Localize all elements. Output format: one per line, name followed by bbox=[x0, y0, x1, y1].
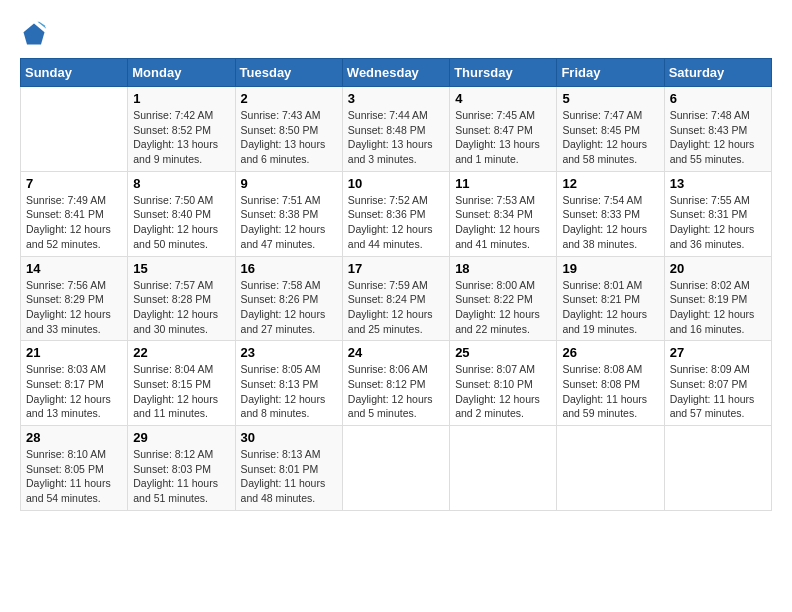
day-info: Sunrise: 8:02 AMSunset: 8:19 PMDaylight:… bbox=[670, 278, 766, 337]
day-number: 24 bbox=[348, 345, 444, 360]
day-number: 5 bbox=[562, 91, 658, 106]
calendar-cell: 14Sunrise: 7:56 AMSunset: 8:29 PMDayligh… bbox=[21, 256, 128, 341]
calendar-cell: 20Sunrise: 8:02 AMSunset: 8:19 PMDayligh… bbox=[664, 256, 771, 341]
day-info: Sunrise: 7:45 AMSunset: 8:47 PMDaylight:… bbox=[455, 108, 551, 167]
week-row-2: 7Sunrise: 7:49 AMSunset: 8:41 PMDaylight… bbox=[21, 171, 772, 256]
calendar-cell bbox=[557, 426, 664, 511]
day-info: Sunrise: 8:06 AMSunset: 8:12 PMDaylight:… bbox=[348, 362, 444, 421]
day-info: Sunrise: 7:42 AMSunset: 8:52 PMDaylight:… bbox=[133, 108, 229, 167]
calendar-cell: 1Sunrise: 7:42 AMSunset: 8:52 PMDaylight… bbox=[128, 87, 235, 172]
page-header bbox=[20, 20, 772, 48]
day-info: Sunrise: 7:58 AMSunset: 8:26 PMDaylight:… bbox=[241, 278, 337, 337]
calendar-cell bbox=[21, 87, 128, 172]
day-number: 26 bbox=[562, 345, 658, 360]
day-number: 13 bbox=[670, 176, 766, 191]
day-number: 10 bbox=[348, 176, 444, 191]
day-info: Sunrise: 8:00 AMSunset: 8:22 PMDaylight:… bbox=[455, 278, 551, 337]
day-number: 20 bbox=[670, 261, 766, 276]
day-number: 17 bbox=[348, 261, 444, 276]
day-info: Sunrise: 7:59 AMSunset: 8:24 PMDaylight:… bbox=[348, 278, 444, 337]
weekday-header-wednesday: Wednesday bbox=[342, 59, 449, 87]
day-number: 4 bbox=[455, 91, 551, 106]
day-number: 6 bbox=[670, 91, 766, 106]
day-info: Sunrise: 7:55 AMSunset: 8:31 PMDaylight:… bbox=[670, 193, 766, 252]
day-info: Sunrise: 8:07 AMSunset: 8:10 PMDaylight:… bbox=[455, 362, 551, 421]
logo bbox=[20, 20, 52, 48]
calendar-cell: 12Sunrise: 7:54 AMSunset: 8:33 PMDayligh… bbox=[557, 171, 664, 256]
weekday-header-row: SundayMondayTuesdayWednesdayThursdayFrid… bbox=[21, 59, 772, 87]
weekday-header-thursday: Thursday bbox=[450, 59, 557, 87]
day-info: Sunrise: 8:10 AMSunset: 8:05 PMDaylight:… bbox=[26, 447, 122, 506]
calendar-cell: 23Sunrise: 8:05 AMSunset: 8:13 PMDayligh… bbox=[235, 341, 342, 426]
day-number: 30 bbox=[241, 430, 337, 445]
calendar-cell: 17Sunrise: 7:59 AMSunset: 8:24 PMDayligh… bbox=[342, 256, 449, 341]
calendar-cell: 28Sunrise: 8:10 AMSunset: 8:05 PMDayligh… bbox=[21, 426, 128, 511]
day-number: 21 bbox=[26, 345, 122, 360]
week-row-3: 14Sunrise: 7:56 AMSunset: 8:29 PMDayligh… bbox=[21, 256, 772, 341]
day-info: Sunrise: 8:01 AMSunset: 8:21 PMDaylight:… bbox=[562, 278, 658, 337]
day-number: 27 bbox=[670, 345, 766, 360]
day-number: 9 bbox=[241, 176, 337, 191]
day-number: 12 bbox=[562, 176, 658, 191]
day-info: Sunrise: 7:49 AMSunset: 8:41 PMDaylight:… bbox=[26, 193, 122, 252]
calendar-cell: 26Sunrise: 8:08 AMSunset: 8:08 PMDayligh… bbox=[557, 341, 664, 426]
day-info: Sunrise: 8:12 AMSunset: 8:03 PMDaylight:… bbox=[133, 447, 229, 506]
day-info: Sunrise: 8:13 AMSunset: 8:01 PMDaylight:… bbox=[241, 447, 337, 506]
day-info: Sunrise: 8:08 AMSunset: 8:08 PMDaylight:… bbox=[562, 362, 658, 421]
day-info: Sunrise: 8:09 AMSunset: 8:07 PMDaylight:… bbox=[670, 362, 766, 421]
calendar-cell: 5Sunrise: 7:47 AMSunset: 8:45 PMDaylight… bbox=[557, 87, 664, 172]
day-number: 29 bbox=[133, 430, 229, 445]
calendar-cell: 29Sunrise: 8:12 AMSunset: 8:03 PMDayligh… bbox=[128, 426, 235, 511]
day-number: 22 bbox=[133, 345, 229, 360]
calendar-cell: 27Sunrise: 8:09 AMSunset: 8:07 PMDayligh… bbox=[664, 341, 771, 426]
day-number: 14 bbox=[26, 261, 122, 276]
calendar-table: SundayMondayTuesdayWednesdayThursdayFrid… bbox=[20, 58, 772, 511]
calendar-cell: 21Sunrise: 8:03 AMSunset: 8:17 PMDayligh… bbox=[21, 341, 128, 426]
calendar-cell: 6Sunrise: 7:48 AMSunset: 8:43 PMDaylight… bbox=[664, 87, 771, 172]
day-number: 7 bbox=[26, 176, 122, 191]
day-info: Sunrise: 7:57 AMSunset: 8:28 PMDaylight:… bbox=[133, 278, 229, 337]
day-info: Sunrise: 8:04 AMSunset: 8:15 PMDaylight:… bbox=[133, 362, 229, 421]
calendar-cell: 8Sunrise: 7:50 AMSunset: 8:40 PMDaylight… bbox=[128, 171, 235, 256]
calendar-cell: 18Sunrise: 8:00 AMSunset: 8:22 PMDayligh… bbox=[450, 256, 557, 341]
calendar-cell: 2Sunrise: 7:43 AMSunset: 8:50 PMDaylight… bbox=[235, 87, 342, 172]
day-info: Sunrise: 7:43 AMSunset: 8:50 PMDaylight:… bbox=[241, 108, 337, 167]
day-number: 2 bbox=[241, 91, 337, 106]
day-info: Sunrise: 7:51 AMSunset: 8:38 PMDaylight:… bbox=[241, 193, 337, 252]
weekday-header-friday: Friday bbox=[557, 59, 664, 87]
weekday-header-tuesday: Tuesday bbox=[235, 59, 342, 87]
calendar-cell: 15Sunrise: 7:57 AMSunset: 8:28 PMDayligh… bbox=[128, 256, 235, 341]
day-number: 25 bbox=[455, 345, 551, 360]
calendar-cell: 13Sunrise: 7:55 AMSunset: 8:31 PMDayligh… bbox=[664, 171, 771, 256]
day-info: Sunrise: 7:53 AMSunset: 8:34 PMDaylight:… bbox=[455, 193, 551, 252]
day-info: Sunrise: 8:03 AMSunset: 8:17 PMDaylight:… bbox=[26, 362, 122, 421]
calendar-cell bbox=[342, 426, 449, 511]
calendar-cell bbox=[450, 426, 557, 511]
calendar-cell: 3Sunrise: 7:44 AMSunset: 8:48 PMDaylight… bbox=[342, 87, 449, 172]
day-number: 8 bbox=[133, 176, 229, 191]
day-info: Sunrise: 7:47 AMSunset: 8:45 PMDaylight:… bbox=[562, 108, 658, 167]
day-number: 16 bbox=[241, 261, 337, 276]
calendar-cell: 22Sunrise: 8:04 AMSunset: 8:15 PMDayligh… bbox=[128, 341, 235, 426]
day-info: Sunrise: 7:48 AMSunset: 8:43 PMDaylight:… bbox=[670, 108, 766, 167]
calendar-cell: 9Sunrise: 7:51 AMSunset: 8:38 PMDaylight… bbox=[235, 171, 342, 256]
calendar-cell: 11Sunrise: 7:53 AMSunset: 8:34 PMDayligh… bbox=[450, 171, 557, 256]
week-row-1: 1Sunrise: 7:42 AMSunset: 8:52 PMDaylight… bbox=[21, 87, 772, 172]
day-number: 15 bbox=[133, 261, 229, 276]
week-row-4: 21Sunrise: 8:03 AMSunset: 8:17 PMDayligh… bbox=[21, 341, 772, 426]
calendar-cell: 7Sunrise: 7:49 AMSunset: 8:41 PMDaylight… bbox=[21, 171, 128, 256]
day-info: Sunrise: 7:54 AMSunset: 8:33 PMDaylight:… bbox=[562, 193, 658, 252]
calendar-cell: 10Sunrise: 7:52 AMSunset: 8:36 PMDayligh… bbox=[342, 171, 449, 256]
calendar-cell: 30Sunrise: 8:13 AMSunset: 8:01 PMDayligh… bbox=[235, 426, 342, 511]
day-number: 18 bbox=[455, 261, 551, 276]
day-info: Sunrise: 7:56 AMSunset: 8:29 PMDaylight:… bbox=[26, 278, 122, 337]
day-info: Sunrise: 7:50 AMSunset: 8:40 PMDaylight:… bbox=[133, 193, 229, 252]
calendar-cell: 24Sunrise: 8:06 AMSunset: 8:12 PMDayligh… bbox=[342, 341, 449, 426]
calendar-cell: 16Sunrise: 7:58 AMSunset: 8:26 PMDayligh… bbox=[235, 256, 342, 341]
svg-marker-0 bbox=[24, 24, 45, 45]
weekday-header-saturday: Saturday bbox=[664, 59, 771, 87]
day-info: Sunrise: 7:52 AMSunset: 8:36 PMDaylight:… bbox=[348, 193, 444, 252]
day-number: 11 bbox=[455, 176, 551, 191]
calendar-cell: 4Sunrise: 7:45 AMSunset: 8:47 PMDaylight… bbox=[450, 87, 557, 172]
day-number: 28 bbox=[26, 430, 122, 445]
